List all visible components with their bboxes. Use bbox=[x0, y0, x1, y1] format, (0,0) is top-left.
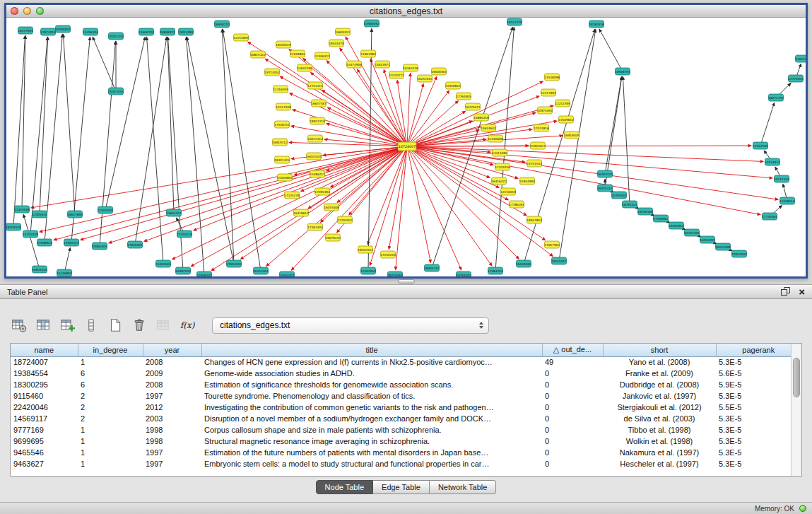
graph-node[interactable]: 17135278 bbox=[284, 192, 300, 199]
graph-node[interactable]: 10647890 bbox=[67, 211, 83, 218]
graph-node[interactable]: 13220771 bbox=[389, 71, 404, 78]
graph-node[interactable]: 18304520 bbox=[6, 223, 21, 230]
import-table-icon[interactable] bbox=[154, 316, 174, 334]
table-row[interactable]: 911546021997Tourette syndrome. Phenomeno… bbox=[11, 390, 801, 402]
graph-node[interactable]: 17534421 bbox=[279, 271, 295, 276]
graph-node[interactable]: 15486217 bbox=[310, 170, 325, 177]
graph-node[interactable]: 22406321 bbox=[314, 52, 330, 59]
graph-node[interactable]: 17074816 bbox=[534, 124, 549, 132]
graph-node[interactable]: 18180426 bbox=[589, 21, 604, 28]
graph-node[interactable]: 12984203 bbox=[488, 267, 503, 274]
zoom-button[interactable] bbox=[36, 7, 44, 15]
table-row[interactable]: 969969511998Structural magnetic resonanc… bbox=[11, 436, 801, 447]
tab-edge-table[interactable]: Edge Table bbox=[373, 480, 430, 494]
graph-node[interactable]: 10672113 bbox=[307, 135, 323, 142]
graph-node[interactable]: 18544470 bbox=[329, 40, 344, 47]
graph-node[interactable]: 13563705 bbox=[753, 142, 768, 149]
graph-node[interactable]: 16416472 bbox=[491, 177, 507, 185]
graph-node[interactable]: 12217893 bbox=[541, 89, 556, 96]
graph-node[interactable]: 18122370 bbox=[507, 18, 522, 25]
graph-node[interactable]: 12874019 bbox=[40, 28, 56, 35]
graph-node[interactable]: 15146801 bbox=[57, 269, 72, 276]
graph-node[interactable]: 17734064 bbox=[762, 213, 777, 220]
graph-node[interactable]: 11548098 bbox=[544, 74, 560, 81]
graph-node[interactable]: 11504210 bbox=[177, 230, 192, 238]
graph-node[interactable]: 18957215 bbox=[310, 117, 325, 124]
graph-node[interactable]: 18957804 bbox=[526, 216, 542, 223]
column-header-in_degree[interactable]: in_degree bbox=[78, 344, 143, 356]
graph-node[interactable]: 16162518 bbox=[403, 64, 418, 71]
delete-column-icon[interactable] bbox=[130, 316, 150, 334]
minimize-button[interactable] bbox=[23, 7, 31, 15]
graph-node[interactable]: 16793119 bbox=[597, 170, 613, 177]
graph-node[interactable]: 12213789 bbox=[555, 100, 570, 107]
graph-node[interactable]: 16075408 bbox=[324, 204, 339, 211]
float-panel-icon[interactable] bbox=[781, 287, 790, 297]
graph-node[interactable]: 18790169 bbox=[637, 208, 653, 215]
table-row[interactable]: 1872400712008Changes of HCN gene express… bbox=[11, 356, 801, 368]
graph-node[interactable]: 16477694 bbox=[18, 27, 33, 34]
graph-node[interactable]: 18724007 bbox=[398, 142, 416, 151]
graph-node[interactable]: 17764905 bbox=[456, 93, 471, 100]
graph-node[interactable]: 18301425 bbox=[274, 156, 290, 163]
graph-node[interactable]: 15302604 bbox=[155, 260, 171, 267]
graph-node[interactable]: 16776511 bbox=[465, 103, 481, 110]
column-header-title[interactable]: title bbox=[201, 344, 542, 356]
graph-node[interactable]: 16475119 bbox=[597, 185, 613, 192]
graph-node[interactable]: 17940509 bbox=[127, 241, 143, 248]
column-header-name[interactable]: name bbox=[11, 344, 78, 356]
graph-node[interactable]: 14751543 bbox=[526, 160, 542, 167]
panel-splitter[interactable] bbox=[0, 279, 812, 284]
graph-node[interactable]: 16880258 bbox=[473, 114, 489, 121]
graph-node[interactable]: 17604020 bbox=[226, 260, 242, 267]
graph-node[interactable]: 18200019 bbox=[276, 41, 291, 48]
graph-node[interactable]: 16958720 bbox=[214, 21, 230, 28]
graph-node[interactable]: 14509652 bbox=[558, 116, 574, 123]
table-row[interactable]: 1456911722003Disruption of a novel membe… bbox=[11, 413, 801, 424]
graph-node[interactable]: 12216059 bbox=[500, 188, 516, 195]
graph-node[interactable]: 11316059 bbox=[273, 86, 288, 93]
graph-node[interactable]: 20332104 bbox=[108, 33, 124, 40]
table-row[interactable]: 946362711997Embryonic stem cells: a mode… bbox=[11, 458, 801, 469]
window-titlebar[interactable]: citations_edges.txt bbox=[6, 5, 806, 18]
table-mode-icon[interactable] bbox=[10, 316, 30, 334]
graph-node[interactable]: 13041243 bbox=[795, 55, 806, 62]
close-panel-icon[interactable]: × bbox=[799, 286, 805, 297]
graph-node[interactable]: 19482930 bbox=[175, 267, 191, 274]
table-row[interactable]: 2242004622012Investigating the contribut… bbox=[11, 402, 801, 413]
graph-node[interactable]: 19724052 bbox=[264, 69, 280, 76]
graph-node[interactable]: 10974093 bbox=[537, 107, 553, 114]
graph-node[interactable]: 11320548 bbox=[14, 206, 30, 213]
graph-node[interactable]: 16815322 bbox=[250, 51, 266, 58]
column-header-pagerank[interactable]: pagerank bbox=[716, 344, 801, 356]
graph-node[interactable]: 12103416 bbox=[495, 163, 510, 170]
function-builder-icon[interactable]: f(x) bbox=[178, 316, 198, 334]
graph-node[interactable]: 16603320 bbox=[32, 266, 47, 273]
graph-node[interactable]: 17095492 bbox=[314, 188, 330, 195]
graph-node[interactable]: 12204925 bbox=[337, 216, 353, 223]
graph-node[interactable]: 14534911 bbox=[765, 158, 780, 165]
graph-node[interactable]: 19014089 bbox=[178, 28, 194, 35]
graph-node[interactable]: 17363444 bbox=[307, 223, 323, 230]
graph-node[interactable]: 15056804 bbox=[277, 174, 293, 181]
column-header-short[interactable]: short bbox=[603, 344, 716, 356]
graph-node[interactable]: 20311035 bbox=[108, 88, 124, 95]
graph-node[interactable]: 15304050 bbox=[360, 267, 376, 274]
graph-node[interactable]: 18272747 bbox=[768, 94, 784, 101]
graph-node[interactable]: 19565404 bbox=[92, 243, 107, 250]
table-selector[interactable]: citations_edges.txt bbox=[212, 317, 489, 334]
close-button[interactable] bbox=[11, 7, 18, 15]
graph-node[interactable]: 15604102 bbox=[166, 209, 182, 216]
graph-node[interactable]: 16023434 bbox=[306, 153, 322, 160]
graph-node[interactable]: 16418613 bbox=[293, 209, 309, 216]
graph-node[interactable]: 19245408 bbox=[715, 243, 731, 250]
graph-node[interactable]: 16904210 bbox=[424, 264, 440, 271]
graph-node[interactable]: 16791524 bbox=[622, 201, 637, 208]
graph-node[interactable]: 15908924 bbox=[37, 239, 52, 246]
graph-node[interactable]: 16254404 bbox=[253, 267, 269, 274]
table-row[interactable]: 977716911998Corpus callosum shape and si… bbox=[11, 424, 801, 436]
graph-node[interactable]: 10590824 bbox=[55, 25, 71, 33]
graph-node[interactable]: 14660704 bbox=[139, 28, 154, 35]
graph-node[interactable]: 19363041 bbox=[669, 222, 684, 229]
graph-node[interactable]: 10742294 bbox=[684, 229, 700, 236]
